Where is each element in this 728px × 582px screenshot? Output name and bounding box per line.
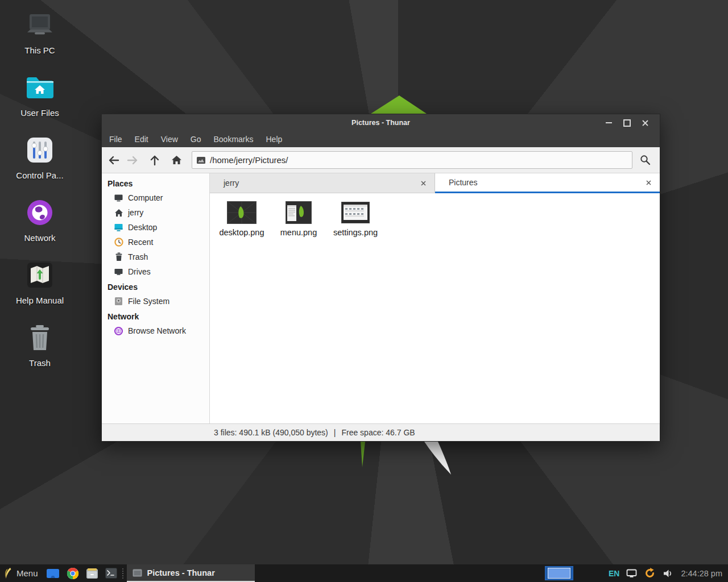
sidebar-item-label: Drives: [128, 267, 151, 276]
sidebar-section-places: Places: [102, 176, 209, 190]
sidebar-item-recent[interactable]: Recent: [102, 235, 209, 250]
desktop-icon-label: Control Pa...: [16, 171, 63, 180]
desktop-icon-trash[interactable]: Trash: [7, 321, 73, 383]
file-cabinet-icon: [86, 568, 98, 579]
taskbar-task-thunar[interactable]: Pictures - Thunar: [127, 564, 255, 582]
tab-bar: jerry Pictures: [210, 173, 660, 193]
language-label: EN: [609, 569, 619, 578]
wallpaper-green-triangle: [369, 94, 427, 114]
menu-bookmarks[interactable]: Bookmarks: [207, 131, 259, 147]
file-item-desktop-png[interactable]: desktop.png: [213, 200, 270, 237]
menu-edit[interactable]: Edit: [129, 131, 155, 147]
desktop-wallpaper: This PC User Files Control Pa... Network…: [0, 0, 728, 582]
menu-button[interactable]: Menu: [0, 564, 43, 582]
sidebar-item-browse-network[interactable]: Browse Network: [102, 323, 209, 338]
thunar-task-icon: [133, 569, 142, 577]
sidebar-item-label: Recent: [128, 238, 153, 247]
forward-button[interactable]: [123, 151, 142, 170]
desktop-icon-user-files[interactable]: User Files: [7, 70, 73, 133]
menu-go[interactable]: Go: [184, 131, 208, 147]
drives-icon: [114, 267, 123, 277]
back-button[interactable]: [104, 151, 123, 170]
chrome-icon: [67, 567, 79, 580]
tab-close-button[interactable]: [417, 177, 429, 189]
clock[interactable]: 2:44:28 pm: [677, 569, 728, 578]
sidebar-item-label: File System: [128, 297, 169, 306]
menu-file[interactable]: File: [103, 131, 129, 147]
close-icon: [421, 181, 426, 186]
window-controls: [599, 114, 660, 131]
status-separator: |: [334, 428, 336, 437]
close-icon: [646, 180, 651, 185]
close-button[interactable]: [636, 114, 654, 131]
file-view[interactable]: desktop.png menu.png settings.png: [210, 193, 660, 423]
desktop-icon-control-panel[interactable]: Control Pa...: [7, 133, 73, 196]
taskbar-right: EN 2:44:28 pm: [545, 564, 728, 582]
menu-view[interactable]: View: [155, 131, 184, 147]
panel-separator[interactable]: [121, 564, 126, 582]
sidebar-item-label: Browse Network: [128, 326, 186, 335]
desktop-icon-label: User Files: [20, 108, 59, 118]
workspace-switcher[interactable]: [545, 566, 573, 580]
pc-icon: [25, 8, 55, 42]
menu-button-label: Menu: [16, 568, 38, 578]
distro-logo-icon: [3, 567, 13, 580]
browser-launcher[interactable]: [63, 564, 82, 582]
file-item-menu-png[interactable]: menu.png: [270, 200, 327, 237]
path-bar[interactable]: /home/jerry/Pictures/: [192, 151, 632, 169]
desktop-icon-label: Help Manual: [16, 296, 64, 305]
help-manual-icon: [26, 258, 53, 292]
tab-pictures[interactable]: Pictures: [435, 173, 660, 193]
maximize-button[interactable]: [618, 114, 636, 131]
file-name: settings.png: [333, 228, 378, 237]
sidebar-item-file-system[interactable]: File System: [102, 294, 209, 309]
file-manager-launcher[interactable]: [82, 564, 102, 582]
keyboard-layout-indicator[interactable]: EN: [605, 564, 623, 582]
image-file-icon: [197, 157, 205, 164]
desktop-icon-label: Network: [24, 233, 55, 243]
side-pane: Places Computer jerry Desktop Recent: [102, 173, 210, 423]
sidebar-item-trash[interactable]: Trash: [102, 250, 209, 264]
volume-tray-item[interactable]: [659, 564, 677, 582]
updates-icon: [644, 567, 656, 579]
file-name: desktop.png: [219, 228, 264, 237]
menubar: File Edit View Go Bookmarks Help: [102, 131, 660, 147]
menu-help[interactable]: Help: [260, 131, 289, 147]
update-manager-tray-item[interactable]: [640, 564, 659, 582]
network-globe-icon: [26, 196, 53, 230]
speaker-icon: [663, 568, 674, 579]
back-icon: [108, 156, 119, 165]
path-text: /home/jerry/Pictures/: [210, 155, 288, 165]
window-titlebar[interactable]: Pictures - Thunar: [102, 114, 660, 131]
home-folder-icon: [26, 70, 54, 105]
terminal-launcher[interactable]: [102, 564, 121, 582]
sidebar-item-label: Desktop: [128, 223, 157, 232]
sidebar-item-label: jerry: [128, 208, 143, 217]
display-tray-item[interactable]: [623, 564, 640, 582]
up-button[interactable]: [145, 151, 164, 170]
maximize-icon: [623, 119, 631, 127]
sidebar-section-network: Network: [102, 309, 209, 323]
file-item-settings-png[interactable]: settings.png: [327, 200, 384, 237]
display-icon: [626, 569, 637, 578]
show-desktop-button[interactable]: [43, 564, 63, 582]
control-panel-icon: [26, 133, 53, 167]
wallpaper-green-sliver: [355, 442, 370, 468]
home-button[interactable]: [167, 151, 186, 170]
image-thumbnail: [341, 200, 370, 225]
sidebar-item-desktop[interactable]: Desktop: [102, 220, 209, 235]
show-desktop-icon: [46, 568, 60, 579]
minimize-button[interactable]: [599, 114, 618, 131]
tab-jerry[interactable]: jerry: [210, 173, 435, 193]
desktop-icon-label: This PC: [24, 45, 55, 55]
tab-close-button[interactable]: [643, 177, 654, 188]
sidebar-item-drives[interactable]: Drives: [102, 264, 209, 279]
search-button[interactable]: [634, 151, 656, 170]
desktop-icon-this-pc[interactable]: This PC: [7, 8, 73, 70]
desktop-icon-help-manual[interactable]: Help Manual: [7, 258, 73, 321]
file-name: menu.png: [280, 228, 317, 237]
wallpaper-white-blade: [420, 442, 455, 477]
sidebar-item-jerry[interactable]: jerry: [102, 205, 209, 220]
sidebar-item-computer[interactable]: Computer: [102, 190, 209, 205]
desktop-icon-network[interactable]: Network: [7, 196, 73, 258]
